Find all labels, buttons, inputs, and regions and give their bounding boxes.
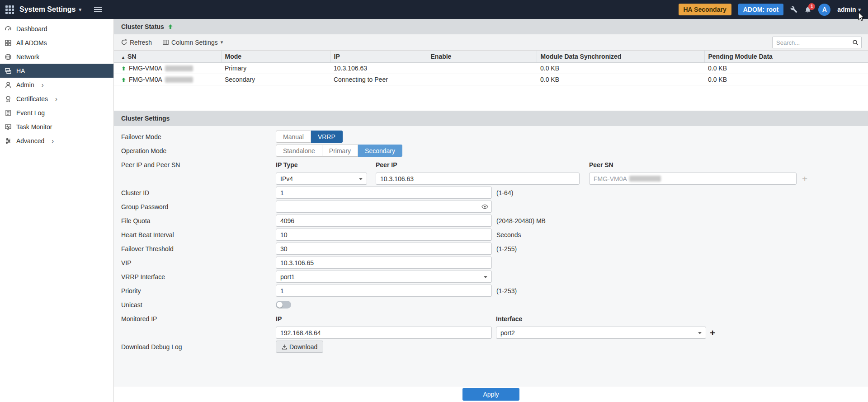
advanced-sliders-icon bbox=[5, 137, 12, 145]
search-input[interactable] bbox=[773, 39, 852, 46]
unicast-toggle[interactable] bbox=[276, 301, 291, 309]
download-button[interactable]: Download bbox=[276, 341, 323, 353]
column-header-pending-module-data[interactable]: Pending Module Data bbox=[704, 51, 868, 63]
menu-toggle-icon[interactable] bbox=[94, 7, 102, 12]
sidebar-item-label: Admin bbox=[16, 81, 34, 89]
show-password-eye-icon[interactable] bbox=[481, 203, 488, 210]
redacted-serial bbox=[165, 77, 193, 83]
refresh-button[interactable]: Refresh bbox=[121, 39, 152, 46]
chevron-down-icon: ▾ bbox=[79, 7, 81, 13]
cluster-id-hint: (1-64) bbox=[496, 189, 513, 196]
sidebar-item-dashboard[interactable]: Dashboard bbox=[0, 22, 113, 36]
group-password-input[interactable] bbox=[276, 201, 492, 213]
cluster-status-table: ▲SN Mode IP Enable Module Data Synchroni… bbox=[114, 51, 868, 85]
cluster-status-toolbar: Refresh Column Settings ▾ bbox=[114, 34, 868, 51]
chevron-down-icon bbox=[359, 178, 363, 182]
refresh-icon bbox=[121, 39, 127, 45]
sidebar-item-label: Task Monitor bbox=[16, 123, 52, 131]
row-sn: FMG-VM0A bbox=[129, 76, 162, 83]
peer-ip-input[interactable] bbox=[376, 173, 580, 185]
cluster-status-header: Cluster Status bbox=[114, 19, 868, 34]
app-title-menu[interactable]: System Settings ▾ bbox=[19, 5, 81, 14]
user-menu[interactable]: admin ▾ bbox=[837, 6, 861, 13]
add-peer-button[interactable]: + bbox=[802, 174, 807, 183]
apply-button[interactable]: Apply bbox=[462, 388, 519, 401]
row-pending-module-data: 0.0 KB bbox=[704, 63, 868, 74]
column-settings-label: Column Settings bbox=[171, 39, 218, 46]
heart-beat-interval-input[interactable] bbox=[276, 229, 492, 241]
column-header-module-data-synchronized[interactable]: Module Data Synchronized bbox=[537, 51, 704, 63]
sidebar-item-ha[interactable]: HA bbox=[0, 64, 113, 78]
cluster-id-input[interactable] bbox=[276, 187, 492, 199]
operation-mode-secondary-button[interactable]: Secondary bbox=[358, 145, 402, 157]
sidebar-item-admin[interactable]: Admin › bbox=[0, 78, 113, 92]
failover-mode-manual-button[interactable]: Manual bbox=[276, 131, 311, 143]
vip-input[interactable] bbox=[276, 257, 492, 269]
chevron-right-icon: › bbox=[42, 81, 44, 88]
interface-column-label: Interface bbox=[496, 315, 522, 323]
unicast-label: Unicast bbox=[121, 301, 276, 309]
task-monitor-icon bbox=[5, 123, 12, 131]
apps-grid-icon[interactable] bbox=[5, 5, 14, 14]
sidebar-item-label: Certificates bbox=[16, 95, 48, 103]
column-header-mode[interactable]: Mode bbox=[221, 51, 330, 63]
sidebar-item-event-log[interactable]: Event Log bbox=[0, 106, 113, 120]
user-name: admin bbox=[837, 6, 856, 13]
table-row[interactable]: FMG-VM0A Secondary Connecting to Peer 0.… bbox=[114, 74, 868, 85]
monitored-interface-select[interactable]: port2 bbox=[496, 327, 706, 339]
sidebar-item-all-adoms[interactable]: All ADOMs bbox=[0, 36, 113, 50]
chevron-down-icon: ▾ bbox=[858, 7, 861, 13]
event-log-document-icon bbox=[5, 109, 12, 117]
adom-badge[interactable]: ADOM: root bbox=[738, 4, 784, 15]
vrrp-interface-select[interactable]: port1 bbox=[276, 271, 492, 283]
row-ip: Connecting to Peer bbox=[330, 74, 427, 85]
tools-wrench-icon[interactable] bbox=[790, 6, 797, 13]
file-quota-input[interactable] bbox=[276, 215, 492, 227]
ha-cluster-icon bbox=[5, 67, 12, 75]
peer-sn-value: FMG-VM0A bbox=[594, 175, 627, 182]
sidebar-item-advanced[interactable]: Advanced › bbox=[0, 134, 113, 148]
download-icon bbox=[282, 344, 287, 350]
avatar[interactable]: A bbox=[818, 4, 830, 16]
search-icon[interactable] bbox=[852, 39, 861, 46]
priority-input[interactable] bbox=[276, 285, 492, 297]
vip-label: VIP bbox=[121, 259, 276, 266]
search-box bbox=[772, 37, 862, 48]
row-enable bbox=[427, 63, 537, 74]
column-settings-button[interactable]: Column Settings ▾ bbox=[163, 39, 223, 46]
column-header-enable[interactable]: Enable bbox=[427, 51, 537, 63]
row-module-data-synchronized: 0.0 KB bbox=[537, 74, 704, 85]
file-quota-label: File Quota bbox=[121, 217, 276, 224]
ip-type-select[interactable]: IPv4 bbox=[276, 173, 367, 185]
sidebar-item-label: Event Log bbox=[16, 109, 45, 117]
sidebar-item-label: Dashboard bbox=[16, 25, 47, 33]
add-monitored-ip-button[interactable]: + bbox=[710, 328, 715, 337]
chevron-down-icon: ▾ bbox=[221, 39, 223, 45]
operation-mode-label: Operation Mode bbox=[121, 147, 276, 154]
sidebar-item-label: Advanced bbox=[16, 137, 44, 145]
sidebar-item-network[interactable]: Network bbox=[0, 50, 113, 64]
failover-threshold-input[interactable] bbox=[276, 243, 492, 255]
failover-mode-vrrp-button[interactable]: VRRP bbox=[311, 131, 343, 143]
sidebar: Dashboard All ADOMs Network HA Admin › C… bbox=[0, 19, 114, 402]
row-enable bbox=[427, 74, 537, 85]
notifications-bell-icon[interactable]: 1 bbox=[804, 6, 811, 13]
main-content: Cluster Status Refresh Column Settings ▾ bbox=[114, 19, 868, 402]
priority-label: Priority bbox=[121, 287, 276, 294]
column-header-ip[interactable]: IP bbox=[330, 51, 427, 63]
sidebar-item-certificates[interactable]: Certificates › bbox=[0, 92, 113, 106]
heart-beat-interval-hint: Seconds bbox=[496, 231, 521, 238]
operation-mode-segmented: Standalone Primary Secondary bbox=[276, 145, 402, 157]
operation-mode-primary-button[interactable]: Primary bbox=[322, 145, 358, 157]
table-row[interactable]: FMG-VM0A Primary 10.3.106.63 0.0 KB 0.0 … bbox=[114, 63, 868, 74]
sidebar-item-task-monitor[interactable]: Task Monitor bbox=[0, 120, 113, 134]
column-header-sn[interactable]: ▲SN bbox=[114, 51, 221, 63]
peer-sn-input[interactable]: FMG-VM0A bbox=[589, 173, 797, 185]
operation-mode-standalone-button[interactable]: Standalone bbox=[276, 145, 322, 157]
row-mode: Primary bbox=[221, 63, 330, 74]
chevron-down-icon bbox=[698, 332, 702, 336]
monitored-ip-input[interactable] bbox=[276, 327, 492, 339]
sidebar-item-label: HA bbox=[16, 67, 25, 75]
adoms-grid-icon bbox=[5, 39, 12, 47]
failover-threshold-label: Failover Threshold bbox=[121, 245, 276, 252]
